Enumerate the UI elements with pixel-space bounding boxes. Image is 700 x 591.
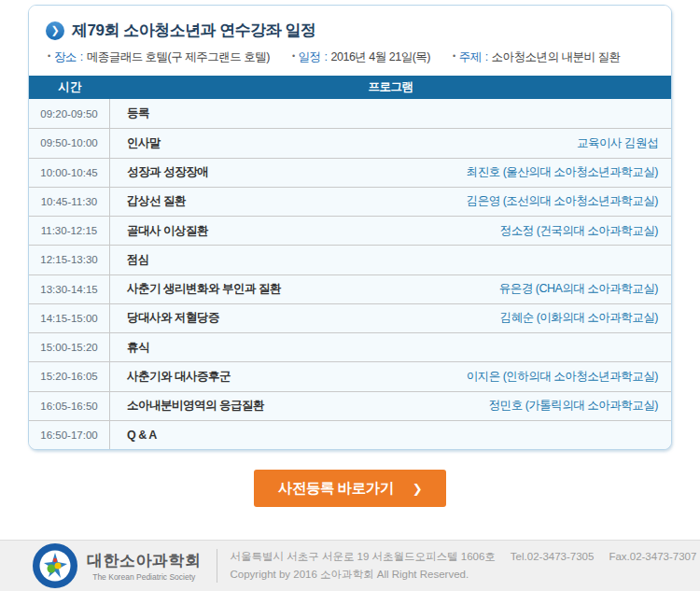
footer: 대한소아과학회 The Korean Pediatric Society 서울특… xyxy=(0,540,700,591)
program-cell: 인사말교육이사 김원섭 xyxy=(110,129,671,157)
time-cell: 15:00-15:20 xyxy=(29,333,110,361)
time-cell: 16:50-17:00 xyxy=(29,421,110,449)
program-cell: 당대사와 저혈당증김혜순 (이화의대 소아과학교실) xyxy=(110,304,671,332)
schedule-panel: ❯ 제79회 소아청소년과 연수강좌 일정 •장소:메종글래드 호텔(구 제주그… xyxy=(28,5,672,450)
preregister-button[interactable]: 사전등록 바로가기❯ xyxy=(254,470,446,507)
preregister-button-label: 사전등록 바로가기 xyxy=(278,479,394,499)
chevron-right-icon: ❯ xyxy=(413,482,422,496)
table-header: 시간 프로그램 xyxy=(29,76,671,99)
program-title: 사춘기와 대사증후군 xyxy=(127,369,231,385)
program-title: 점심 xyxy=(127,252,149,268)
colon: : xyxy=(321,50,331,63)
event-place: •장소:메종글래드 호텔(구 제주그랜드 호텔) xyxy=(48,49,270,65)
table-row: 16:50-17:00Q & A xyxy=(29,420,671,449)
table-row: 12:15-13:30점심 xyxy=(29,245,671,274)
program-cell: 휴식 xyxy=(110,333,671,361)
table-row: 15:20-16:05사춘기와 대사증후군이지은 (인하의대 소아청소년과학교실… xyxy=(29,361,671,390)
society-name-block: 대한소아과학회 The Korean Pediatric Society xyxy=(87,550,202,582)
program-cell: 사춘기 생리변화와 부인과 질환유은경 (CHA의대 소아과학교실) xyxy=(110,275,671,303)
program-cell: 골대사 이상질환정소정 (건국의대 소아과학교실) xyxy=(110,217,671,245)
speaker-name: 정소정 (건국의대 소아과학교실) xyxy=(500,223,658,239)
event-date: •일정:2016년 4월 21일(목) xyxy=(292,49,430,65)
program-title: 갑상선 질환 xyxy=(127,193,186,209)
program-title: Q & A xyxy=(127,429,157,442)
table-row: 11:30-12:15골대사 이상질환정소정 (건국의대 소아과학교실) xyxy=(29,216,671,245)
speaker-name: 유은경 (CHA의대 소아과학교실) xyxy=(499,281,658,297)
program-cell: 갑상선 질환김은영 (조선의대 소아청소년과학교실) xyxy=(110,188,671,216)
program-title: 사춘기 생리변화와 부인과 질환 xyxy=(127,281,281,297)
panel-header: ❯ 제79회 소아청소년과 연수강좌 일정 •장소:메종글래드 호텔(구 제주그… xyxy=(29,6,671,76)
program-title: 인사말 xyxy=(127,135,161,151)
place-value: 메종글래드 호텔(구 제주그랜드 호텔) xyxy=(87,50,270,63)
speaker-name: 정민호 (가톨릭의대 소아과학교실) xyxy=(489,398,658,414)
date-label: 일정 xyxy=(299,50,321,63)
program-title: 휴식 xyxy=(127,340,149,356)
time-cell: 15:20-16:05 xyxy=(29,362,110,390)
event-topic: •주제:소아청소년의 내분비 질환 xyxy=(453,49,621,65)
time-cell: 10:00-10:45 xyxy=(29,159,110,187)
footer-address: 서울특별시 서초구 서운로 19 서초월드오피스텔 1606호 xyxy=(231,551,496,562)
table-row: 13:30-14:15사춘기 생리변화와 부인과 질환유은경 (CHA의대 소아… xyxy=(29,274,671,303)
button-area: 사전등록 바로가기❯ xyxy=(0,470,700,507)
table-row: 09:50-10:00인사말교육이사 김원섭 xyxy=(29,128,671,157)
society-name-kr: 대한소아과학회 xyxy=(87,550,202,571)
program-title: 골대사 이상질환 xyxy=(127,223,208,239)
column-header-program: 프로그램 xyxy=(110,76,671,99)
bullet-icon: • xyxy=(292,51,295,61)
footer-divider xyxy=(217,549,217,583)
arrow-circle-icon: ❯ xyxy=(46,21,64,40)
program-cell: 등록 xyxy=(110,99,671,128)
table-row: 10:00-10:45성장과 성장장애최진호 (울산의대 소아청소년과학교실) xyxy=(29,158,671,187)
colon: : xyxy=(77,50,87,63)
bullet-icon: • xyxy=(453,51,455,61)
time-cell: 10:45-11:30 xyxy=(29,188,110,216)
speaker-name: 최진호 (울산의대 소아청소년과학교실) xyxy=(467,164,658,180)
date-value: 2016년 4월 21일(목) xyxy=(331,50,430,63)
topic-value: 소아청소년의 내분비 질환 xyxy=(492,50,621,63)
speaker-name: 교육이사 김원섭 xyxy=(577,135,658,151)
page: ❯ 제79회 소아청소년과 연수강좌 일정 •장소:메종글래드 호텔(구 제주그… xyxy=(0,0,700,591)
table-row: 14:15-15:00당대사와 저혈당증김혜순 (이화의대 소아과학교실) xyxy=(29,303,671,332)
program-cell: 소아내분비영역의 응급질환정민호 (가톨릭의대 소아과학교실) xyxy=(110,392,671,420)
time-cell: 12:15-13:30 xyxy=(29,246,110,274)
time-cell: 09:50-10:00 xyxy=(29,129,110,157)
colon: : xyxy=(482,50,492,63)
table-body: 09:20-09:50등록09:50-10:00인사말교육이사 김원섭10:00… xyxy=(29,99,671,449)
time-cell: 11:30-12:15 xyxy=(29,217,110,245)
bullet-icon: • xyxy=(48,51,50,61)
program-cell: 성장과 성장장애최진호 (울산의대 소아청소년과학교실) xyxy=(110,159,671,187)
table-row: 09:20-09:50등록 xyxy=(29,99,671,128)
event-info-row: •장소:메종글래드 호텔(구 제주그랜드 호텔) •일정:2016년 4월 21… xyxy=(29,41,671,65)
program-cell: 사춘기와 대사증후군이지은 (인하의대 소아청소년과학교실) xyxy=(110,362,671,390)
time-cell: 09:20-09:50 xyxy=(29,99,110,128)
footer-address-block: 서울특별시 서초구 서운로 19 서초월드오피스텔 1606호Tel.02-34… xyxy=(231,548,697,584)
speaker-name: 김혜순 (이화의대 소아과학교실) xyxy=(500,310,658,326)
footer-address-line: 서울특별시 서초구 서운로 19 서초월드오피스텔 1606호Tel.02-34… xyxy=(231,548,697,566)
title-row: ❯ 제79회 소아청소년과 연수강좌 일정 xyxy=(29,6,671,41)
time-cell: 16:05-16:50 xyxy=(29,392,110,420)
footer-tel: Tel.02-3473-7305 xyxy=(511,551,595,562)
time-cell: 13:30-14:15 xyxy=(29,275,110,303)
table-row: 10:45-11:30갑상선 질환김은영 (조선의대 소아청소년과학교실) xyxy=(29,187,671,216)
topic-label: 주제 xyxy=(459,50,482,63)
speaker-name: 이지은 (인하의대 소아청소년과학교실) xyxy=(467,369,658,385)
table-row: 15:00-15:20휴식 xyxy=(29,332,671,361)
pediatric-society-logo-icon xyxy=(33,543,77,588)
program-cell: Q & A xyxy=(110,421,671,449)
program-cell: 점심 xyxy=(110,246,671,274)
program-title: 등록 xyxy=(127,106,149,121)
page-title: 제79회 소아청소년과 연수강좌 일정 xyxy=(72,20,316,41)
column-header-time: 시간 xyxy=(29,76,110,99)
table-row: 16:05-16:50소아내분비영역의 응급질환정민호 (가톨릭의대 소아과학교… xyxy=(29,391,671,420)
program-title: 당대사와 저혈당증 xyxy=(127,310,219,326)
time-cell: 14:15-15:00 xyxy=(29,304,110,332)
footer-copyright: Copyright by 2016 소아과학회 All Right Reserv… xyxy=(231,566,697,584)
program-title: 소아내분비영역의 응급질환 xyxy=(127,398,264,414)
program-title: 성장과 성장장애 xyxy=(127,164,208,180)
speaker-name: 김은영 (조선의대 소아청소년과학교실) xyxy=(467,193,658,209)
society-name-en: The Korean Pediatric Society xyxy=(87,572,202,582)
place-label: 장소 xyxy=(54,50,77,63)
footer-fax: Fax.02-3473-7307 xyxy=(609,551,696,562)
